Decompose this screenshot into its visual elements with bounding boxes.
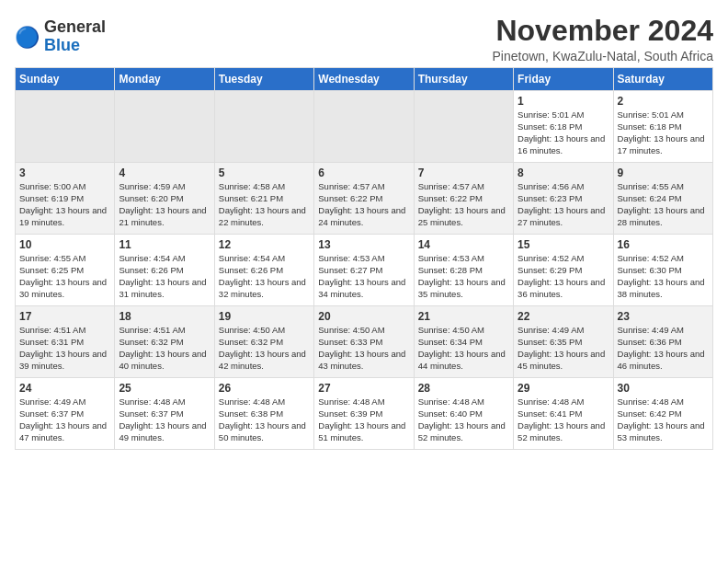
cell-content: Sunrise: 4:59 AM Sunset: 6:20 PM Dayligh… [119, 181, 210, 228]
day-number: 14 [418, 238, 509, 251]
calendar-cell: 15Sunrise: 4:52 AM Sunset: 6:29 PM Dayli… [514, 235, 613, 306]
cell-content: Sunrise: 4:57 AM Sunset: 6:22 PM Dayligh… [318, 181, 409, 228]
day-number: 28 [418, 382, 509, 395]
cell-content: Sunrise: 4:55 AM Sunset: 6:25 PM Dayligh… [19, 253, 110, 300]
day-number: 29 [518, 382, 609, 395]
cell-content: Sunrise: 4:49 AM Sunset: 6:37 PM Dayligh… [19, 396, 110, 443]
logo-icon: 🔵 [15, 24, 40, 50]
day-number: 10 [19, 238, 110, 251]
cell-content: Sunrise: 4:56 AM Sunset: 6:23 PM Dayligh… [518, 181, 609, 228]
week-row-2: 10Sunrise: 4:55 AM Sunset: 6:25 PM Dayli… [16, 235, 713, 306]
day-number: 1 [518, 95, 609, 108]
calendar-cell: 27Sunrise: 4:48 AM Sunset: 6:39 PM Dayli… [314, 378, 414, 450]
calendar-table: SundayMondayTuesdayWednesdayThursdayFrid… [15, 67, 713, 450]
cell-content: Sunrise: 4:48 AM Sunset: 6:37 PM Dayligh… [119, 396, 210, 443]
cell-content: Sunrise: 4:54 AM Sunset: 6:26 PM Dayligh… [219, 253, 310, 300]
cell-content: Sunrise: 4:48 AM Sunset: 6:40 PM Dayligh… [418, 396, 509, 443]
day-number: 11 [119, 238, 210, 251]
calendar-cell: 11Sunrise: 4:54 AM Sunset: 6:26 PM Dayli… [115, 235, 214, 306]
calendar-cell: 10Sunrise: 4:55 AM Sunset: 6:25 PM Dayli… [16, 235, 115, 306]
week-row-1: 3Sunrise: 5:00 AM Sunset: 6:19 PM Daylig… [16, 163, 713, 235]
calendar-cell: 5Sunrise: 4:58 AM Sunset: 6:21 PM Daylig… [214, 163, 313, 235]
cell-content: Sunrise: 4:58 AM Sunset: 6:21 PM Dayligh… [219, 181, 310, 228]
cell-content: Sunrise: 4:51 AM Sunset: 6:31 PM Dayligh… [19, 325, 110, 372]
day-number: 21 [418, 310, 509, 323]
day-number: 13 [318, 238, 409, 251]
cell-content: Sunrise: 4:48 AM Sunset: 6:39 PM Dayligh… [318, 396, 409, 443]
cell-content: Sunrise: 4:50 AM Sunset: 6:32 PM Dayligh… [219, 325, 310, 372]
cell-content: Sunrise: 4:52 AM Sunset: 6:29 PM Dayligh… [518, 253, 609, 300]
day-number: 4 [119, 167, 210, 179]
month-title: November 2024 [493, 15, 713, 47]
day-number: 7 [418, 167, 509, 179]
calendar-cell: 3Sunrise: 5:00 AM Sunset: 6:19 PM Daylig… [16, 163, 115, 235]
day-number: 12 [219, 238, 310, 251]
title-block: November 2024 Pinetown, KwaZulu-Natal, S… [493, 15, 713, 63]
cell-content: Sunrise: 4:53 AM Sunset: 6:28 PM Dayligh… [418, 253, 509, 300]
header-friday: Friday [514, 68, 613, 91]
calendar-cell: 21Sunrise: 4:50 AM Sunset: 6:34 PM Dayli… [414, 306, 513, 378]
day-number: 19 [219, 310, 310, 323]
day-number: 5 [219, 167, 310, 179]
calendar-cell [314, 91, 414, 163]
calendar-cell: 17Sunrise: 4:51 AM Sunset: 6:31 PM Dayli… [16, 306, 115, 378]
cell-content: Sunrise: 4:50 AM Sunset: 6:34 PM Dayligh… [418, 325, 509, 372]
day-number: 17 [19, 310, 110, 323]
day-number: 23 [618, 310, 709, 323]
cell-content: Sunrise: 4:54 AM Sunset: 6:26 PM Dayligh… [119, 253, 210, 300]
day-number: 3 [19, 167, 110, 179]
logo-text: General Blue [44, 18, 106, 55]
header-thursday: Thursday [414, 68, 513, 91]
cell-content: Sunrise: 5:01 AM Sunset: 6:18 PM Dayligh… [618, 109, 709, 156]
cell-content: Sunrise: 4:48 AM Sunset: 6:42 PM Dayligh… [618, 396, 709, 443]
calendar-cell: 7Sunrise: 4:57 AM Sunset: 6:22 PM Daylig… [414, 163, 513, 235]
calendar-cell: 29Sunrise: 4:48 AM Sunset: 6:41 PM Dayli… [514, 378, 613, 450]
day-number: 16 [618, 238, 709, 251]
cell-content: Sunrise: 4:57 AM Sunset: 6:22 PM Dayligh… [418, 181, 509, 228]
week-row-3: 17Sunrise: 4:51 AM Sunset: 6:31 PM Dayli… [16, 306, 713, 378]
cell-content: Sunrise: 4:49 AM Sunset: 6:35 PM Dayligh… [518, 325, 609, 372]
cell-content: Sunrise: 4:49 AM Sunset: 6:36 PM Dayligh… [618, 325, 709, 372]
logo: 🔵 General Blue [15, 18, 106, 55]
day-number: 22 [518, 310, 609, 323]
calendar-cell [16, 91, 115, 163]
header-row: SundayMondayTuesdayWednesdayThursdayFrid… [16, 68, 713, 91]
header-tuesday: Tuesday [214, 68, 313, 91]
calendar-cell [115, 91, 214, 163]
week-row-0: 1Sunrise: 5:01 AM Sunset: 6:18 PM Daylig… [16, 91, 713, 163]
cell-content: Sunrise: 4:50 AM Sunset: 6:33 PM Dayligh… [318, 325, 409, 372]
cell-content: Sunrise: 5:01 AM Sunset: 6:18 PM Dayligh… [518, 109, 609, 156]
calendar-cell: 28Sunrise: 4:48 AM Sunset: 6:40 PM Dayli… [414, 378, 513, 450]
calendar-cell: 13Sunrise: 4:53 AM Sunset: 6:27 PM Dayli… [314, 235, 414, 306]
calendar-cell [214, 91, 313, 163]
calendar-cell: 14Sunrise: 4:53 AM Sunset: 6:28 PM Dayli… [414, 235, 513, 306]
day-number: 2 [618, 95, 709, 108]
day-number: 24 [19, 382, 110, 395]
day-number: 26 [219, 382, 310, 395]
location: Pinetown, KwaZulu-Natal, South Africa [493, 49, 713, 63]
day-number: 30 [618, 382, 709, 395]
calendar-cell: 26Sunrise: 4:48 AM Sunset: 6:38 PM Dayli… [214, 378, 313, 450]
day-number: 6 [318, 167, 409, 179]
calendar-cell: 8Sunrise: 4:56 AM Sunset: 6:23 PM Daylig… [514, 163, 613, 235]
day-number: 20 [318, 310, 409, 323]
day-number: 25 [119, 382, 210, 395]
day-number: 27 [318, 382, 409, 395]
calendar-cell: 4Sunrise: 4:59 AM Sunset: 6:20 PM Daylig… [115, 163, 214, 235]
calendar-cell: 12Sunrise: 4:54 AM Sunset: 6:26 PM Dayli… [214, 235, 313, 306]
header: 🔵 General Blue November 2024 Pinetown, K… [15, 15, 713, 63]
calendar-cell: 19Sunrise: 4:50 AM Sunset: 6:32 PM Dayli… [214, 306, 313, 378]
header-monday: Monday [115, 68, 214, 91]
day-number: 9 [618, 167, 709, 179]
calendar-cell: 20Sunrise: 4:50 AM Sunset: 6:33 PM Dayli… [314, 306, 414, 378]
calendar-cell: 1Sunrise: 5:01 AM Sunset: 6:18 PM Daylig… [514, 91, 613, 163]
week-row-4: 24Sunrise: 4:49 AM Sunset: 6:37 PM Dayli… [16, 378, 713, 450]
calendar-cell: 9Sunrise: 4:55 AM Sunset: 6:24 PM Daylig… [613, 163, 712, 235]
calendar-cell: 30Sunrise: 4:48 AM Sunset: 6:42 PM Dayli… [613, 378, 712, 450]
day-number: 15 [518, 238, 609, 251]
cell-content: Sunrise: 4:51 AM Sunset: 6:32 PM Dayligh… [119, 325, 210, 372]
cell-content: Sunrise: 5:00 AM Sunset: 6:19 PM Dayligh… [19, 181, 110, 228]
calendar-cell: 25Sunrise: 4:48 AM Sunset: 6:37 PM Dayli… [115, 378, 214, 450]
cell-content: Sunrise: 4:52 AM Sunset: 6:30 PM Dayligh… [618, 253, 709, 300]
cell-content: Sunrise: 4:53 AM Sunset: 6:27 PM Dayligh… [318, 253, 409, 300]
